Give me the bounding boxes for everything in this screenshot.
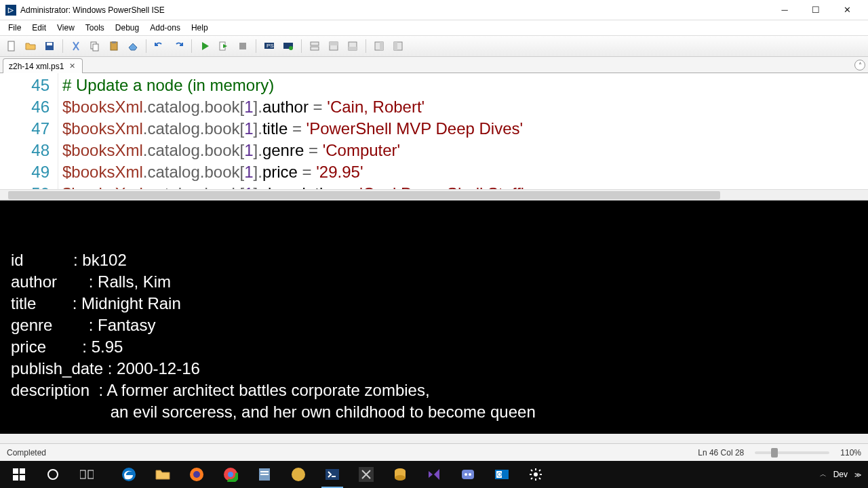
script-tab[interactable]: z2h-14 xml.ps1 ✕ <box>3 58 83 73</box>
svg-rect-8 <box>239 43 246 49</box>
tray-label: Dev <box>833 470 848 479</box>
svg-line-58 <box>539 470 540 471</box>
menubar: File Edit View Tools Debug Add-ons Help <box>0 20 868 35</box>
show-console-button[interactable] <box>344 37 361 55</box>
svg-rect-25 <box>13 475 18 481</box>
cut-button[interactable] <box>67 37 85 55</box>
titlebar: ▷ Administrator: Windows PowerShell ISE … <box>0 0 868 20</box>
tools-icon[interactable] <box>350 461 382 488</box>
window-title: Administrator: Windows PowerShell ISE <box>20 5 769 15</box>
tab-label: z2h-14 xml.ps1 <box>9 62 64 71</box>
statusbar: Completed Ln 46 Col 28 110% <box>0 443 868 461</box>
svg-point-27 <box>48 470 58 479</box>
show-script-button[interactable] <box>325 37 342 55</box>
zoom-slider[interactable] <box>755 451 829 454</box>
line-gutter: 45 46 47 48 49 50 <box>0 73 58 200</box>
redo-button[interactable] <box>170 37 187 55</box>
stop-button[interactable] <box>234 37 252 55</box>
menu-edit[interactable]: Edit <box>26 22 52 34</box>
svg-text:O: O <box>497 471 502 478</box>
new-remote-button[interactable]: PS <box>260 37 278 55</box>
svg-point-32 <box>193 471 200 478</box>
svg-rect-38 <box>260 474 269 475</box>
save-button[interactable] <box>41 37 58 55</box>
svg-rect-6 <box>112 41 116 43</box>
scroll-up-icon[interactable]: ˄ <box>854 60 865 70</box>
powershell-ise-icon[interactable] <box>316 461 349 488</box>
svg-rect-28 <box>80 470 85 479</box>
file-explorer-icon[interactable] <box>146 461 179 488</box>
svg-point-46 <box>465 473 467 476</box>
svg-rect-45 <box>462 470 474 479</box>
minimize-button[interactable]: ─ <box>769 0 800 20</box>
clear-button[interactable] <box>124 37 142 55</box>
app-yellow-icon[interactable] <box>282 461 315 488</box>
svg-rect-4 <box>93 44 98 51</box>
code-area[interactable]: # Update a node (in memory)$booksXml.cat… <box>58 73 868 200</box>
cortana-button[interactable] <box>37 461 69 488</box>
start-button[interactable] <box>3 461 35 488</box>
visual-studio-icon[interactable] <box>418 461 450 488</box>
new-file-button[interactable] <box>3 37 20 55</box>
svg-rect-2 <box>47 43 52 45</box>
svg-rect-29 <box>88 470 94 479</box>
start-remote-button[interactable] <box>279 37 297 55</box>
firefox-icon[interactable] <box>180 461 213 488</box>
tray-chevron-icon[interactable]: ︿ <box>820 470 827 479</box>
svg-line-59 <box>531 478 532 479</box>
svg-rect-14 <box>311 47 319 50</box>
ssms-icon[interactable] <box>384 461 416 488</box>
svg-text:PS: PS <box>267 43 274 49</box>
outlook-icon[interactable]: O <box>486 461 518 488</box>
chrome-icon[interactable] <box>214 461 247 488</box>
notes-icon[interactable] <box>248 461 281 488</box>
svg-rect-24 <box>20 468 25 474</box>
script-editor[interactable]: 45 46 47 48 49 50 # Update a node (in me… <box>0 73 868 201</box>
menu-file[interactable]: File <box>3 22 26 34</box>
undo-button[interactable] <box>151 37 168 55</box>
svg-rect-20 <box>380 42 383 50</box>
svg-rect-0 <box>8 41 14 51</box>
show-addons-button[interactable] <box>389 37 407 55</box>
copy-button[interactable] <box>86 37 104 55</box>
console-horizontal-scrollbar[interactable] <box>0 434 868 443</box>
svg-point-12 <box>289 46 293 50</box>
svg-rect-23 <box>13 468 18 474</box>
svg-line-57 <box>539 478 540 479</box>
menu-debug[interactable]: Debug <box>110 22 144 34</box>
menu-help[interactable]: Help <box>186 22 214 34</box>
run-selection-button[interactable] <box>215 37 233 55</box>
app-icon: ▷ <box>5 5 16 16</box>
svg-point-39 <box>292 468 305 481</box>
taskview-button[interactable] <box>71 461 103 488</box>
menu-addons[interactable]: Add-ons <box>144 22 186 34</box>
show-command-button[interactable] <box>370 37 388 55</box>
open-file-button[interactable] <box>22 37 39 55</box>
close-button[interactable]: ✕ <box>831 0 863 20</box>
run-script-button[interactable] <box>196 37 214 55</box>
svg-point-47 <box>469 473 471 476</box>
discord-icon[interactable] <box>452 461 484 488</box>
svg-rect-13 <box>311 42 319 45</box>
show-editor-button[interactable] <box>306 37 323 55</box>
status-message: Completed <box>7 448 698 458</box>
console-pane[interactable]: id : bk102 author : Ralls, Kim title : M… <box>0 201 868 443</box>
svg-rect-18 <box>349 47 357 50</box>
paste-button[interactable] <box>105 37 123 55</box>
taskbar: O ︿ Dev ≫ <box>0 461 868 488</box>
svg-line-56 <box>531 470 532 471</box>
menu-view[interactable]: View <box>52 22 80 34</box>
svg-rect-22 <box>394 42 397 50</box>
editor-horizontal-scrollbar[interactable] <box>0 189 868 200</box>
menu-tools[interactable]: Tools <box>80 22 110 34</box>
svg-rect-16 <box>330 42 338 45</box>
system-tray[interactable]: ︿ Dev ≫ <box>820 470 865 479</box>
maximize-button[interactable]: ☐ <box>800 0 831 20</box>
svg-point-51 <box>534 472 538 476</box>
edge-icon[interactable] <box>113 461 145 488</box>
tab-close-icon[interactable]: ✕ <box>68 62 77 70</box>
toolbar: PS <box>0 35 868 57</box>
svg-point-35 <box>228 472 233 477</box>
settings-icon[interactable] <box>519 461 552 488</box>
tray-more-icon[interactable]: ≫ <box>854 471 861 479</box>
